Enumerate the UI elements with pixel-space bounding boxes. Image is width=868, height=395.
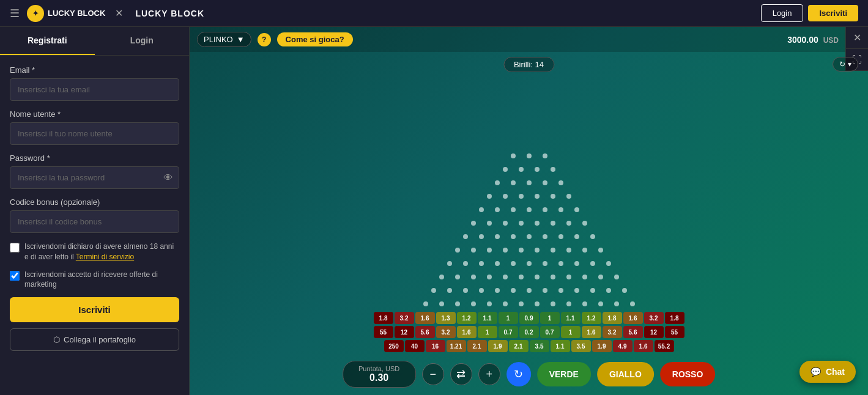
dot-row: [479, 207, 579, 212]
marketing-checkbox[interactable]: [10, 271, 20, 281]
multiplier-cell: 5.6: [623, 326, 643, 338]
refresh-icon: ↻: [839, 60, 845, 68]
multiplier-cell: 3.2: [603, 326, 622, 338]
close-panel-button[interactable]: ✕: [846, 27, 868, 49]
peg-dot: [495, 261, 500, 266]
multiplier-cell: 1.8: [603, 312, 622, 324]
peg-dot: [495, 288, 500, 293]
peg-dot: [479, 288, 484, 293]
peg-dot: [558, 288, 563, 293]
password-toggle-icon[interactable]: 👁: [163, 172, 173, 183]
email-field[interactable]: [10, 78, 179, 101]
peg-dot: [487, 275, 492, 279]
multiplier-cell: 3.5: [571, 340, 591, 352]
peg-dot: [543, 288, 547, 293]
multiplier-cell: 3.5: [530, 340, 549, 352]
peg-dot: [439, 301, 444, 306]
peg-dot: [535, 301, 540, 306]
marketing-label: Iscrivendomi accetto di ricevere offerte…: [24, 270, 179, 290]
multiplier-cell: 12: [644, 326, 664, 338]
hamburger-icon[interactable]: ☰: [10, 7, 20, 20]
peg-dot: [447, 288, 452, 293]
multiplier-cell: 3.2: [395, 312, 414, 324]
spin-button[interactable]: ↻: [506, 362, 531, 386]
header-right: Login Iscriviti: [761, 4, 858, 22]
peg-dot: [566, 248, 571, 253]
multiplier-cell: 1.21: [447, 340, 466, 352]
multiplier-cell: 2.1: [509, 340, 529, 352]
peg-dot: [606, 261, 611, 266]
peg-dot: [535, 194, 540, 199]
multiplier-cell: 0.2: [519, 326, 539, 338]
username-group: Nome utente *: [10, 109, 179, 145]
bonus-field[interactable]: [10, 210, 179, 233]
balance-display: 3000.00 USD: [787, 35, 839, 45]
help-button[interactable]: ?: [258, 33, 271, 46]
increase-bet-button[interactable]: +: [478, 363, 500, 385]
peg-dot: [574, 234, 579, 239]
marketing-checkbox-group: Iscrivendomi accetto di ricevere offerte…: [10, 270, 179, 290]
peg-dot: [479, 207, 484, 212]
multiplier-cell: 1.8: [374, 312, 393, 324]
username-field[interactable]: [10, 122, 179, 145]
dot-row: [487, 194, 571, 199]
multiplier-cell: 1.6: [634, 340, 653, 352]
peg-dot: [511, 207, 516, 212]
login-button[interactable]: Login: [761, 4, 804, 22]
game-selector[interactable]: PLINKO ▼: [197, 32, 251, 47]
peg-dot: [519, 167, 524, 172]
peg-dot: [630, 301, 635, 306]
peg-dot: [463, 261, 468, 266]
multiplier-cell: 4.9: [613, 340, 632, 352]
multiplier-cell: 1.2: [582, 312, 601, 324]
tab-register[interactable]: Registrati: [0, 27, 95, 55]
terms-checkbox[interactable]: [10, 243, 20, 253]
peg-dot: [439, 275, 444, 279]
peg-dot: [471, 301, 476, 306]
tab-login[interactable]: Login: [95, 27, 190, 55]
peg-dot: [455, 248, 460, 253]
peg-dot: [535, 167, 540, 172]
wallet-button[interactable]: ⬡ Collega il portafoglio: [10, 328, 179, 351]
peg-dot: [606, 288, 611, 293]
register-button[interactable]: Iscriviti: [808, 5, 858, 21]
refresh-button[interactable]: ↻ ▾: [833, 57, 858, 72]
swap-button[interactable]: ⇄: [450, 363, 472, 385]
peg-dot: [511, 261, 516, 266]
verde-button[interactable]: VERDE: [537, 362, 591, 386]
wallet-icon: ⬡: [53, 335, 60, 344]
multiplier-cell: 3.2: [436, 326, 456, 338]
terms-checkbox-group: Iscrivendomi dichiaro di avere almeno 18…: [10, 242, 179, 262]
balance-currency: USD: [823, 36, 839, 45]
balance-value: 3000.00: [787, 35, 818, 45]
dot-row: [471, 221, 587, 226]
chat-button[interactable]: 💬 Chat: [799, 361, 856, 383]
sidebar: Registrati Login Email * Nome utente * P…: [0, 27, 190, 395]
peg-dot: [551, 221, 555, 226]
peg-dot: [455, 275, 460, 279]
peg-dot: [558, 234, 563, 239]
decrease-bet-button[interactable]: −: [422, 363, 444, 385]
how-to-button[interactable]: Come si gioca?: [277, 32, 353, 46]
terms-link[interactable]: Termini di servizio: [76, 253, 134, 261]
multiplier-section: 1.83.21.61.31.21.110.911.11.21.81.63.21.…: [374, 312, 684, 352]
giallo-button[interactable]: GIALLO: [597, 362, 654, 386]
peg-dot: [598, 301, 603, 306]
peg-dot: [463, 234, 468, 239]
peg-dot: [566, 221, 571, 226]
submit-button[interactable]: Iscriviti: [10, 297, 179, 322]
multiplier-cell: 1: [561, 326, 581, 338]
rosso-button[interactable]: ROSSO: [660, 362, 716, 386]
header-left: ☰ ✦ LUCKY BLOCK ✕ LUCKY BLOCK: [10, 5, 204, 22]
peg-dot: [535, 275, 540, 279]
peg-dot: [582, 275, 587, 279]
peg-dot: [487, 194, 492, 199]
tab-close-icon[interactable]: ✕: [115, 7, 123, 19]
bet-label: Puntata, USD: [353, 365, 406, 372]
peg-dot: [511, 180, 516, 185]
email-group: Email *: [10, 65, 179, 101]
password-field[interactable]: [10, 166, 179, 189]
peg-dot: [447, 261, 452, 266]
peg-dot: [495, 234, 500, 239]
peg-dot: [503, 248, 508, 253]
